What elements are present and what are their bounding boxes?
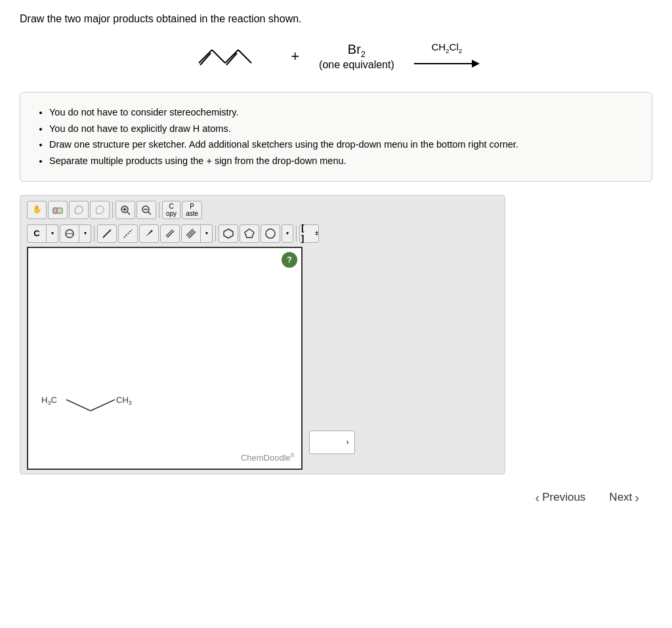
reaction-equation: + Br2 (one equivalent) CH2Cl2 — [20, 37, 652, 76]
plus-sign: + — [291, 48, 299, 65]
draw-area[interactable]: ? H3C CH3 ChemDoodle® — [27, 247, 303, 470]
separator-1 — [112, 202, 113, 218]
dropdown-chevron: › — [346, 437, 349, 448]
svg-line-1 — [212, 50, 225, 63]
right-panel: › — [309, 247, 355, 454]
instruction-item-1: You do not have to consider stereochemis… — [49, 104, 637, 121]
eraser-tool[interactable] — [48, 201, 68, 219]
svg-marker-28 — [245, 229, 254, 238]
svg-line-15 — [148, 212, 151, 215]
zoom-in-tool[interactable] — [116, 201, 135, 219]
reagent-block: Br2 (one equivalent) — [319, 42, 394, 71]
lasso-tool[interactable] — [69, 201, 89, 219]
element-dropdown-btn[interactable]: ▾ — [47, 224, 58, 243]
toolbar-row1: ✋ — [24, 199, 501, 220]
svg-marker-27 — [224, 229, 233, 238]
chemdoodle-watermark: ChemDoodle® — [241, 452, 295, 463]
molecule-drawing: H3C CH3 — [41, 377, 173, 416]
add-sketcher-dropdown[interactable]: › — [309, 430, 355, 454]
separator-4 — [215, 226, 216, 241]
help-button[interactable]: ? — [282, 252, 297, 268]
sketcher-container: ✋ — [20, 195, 505, 474]
zoom-out-tool[interactable] — [136, 201, 156, 219]
next-label: Next — [609, 491, 632, 504]
svg-line-31 — [66, 400, 91, 411]
paste-tool[interactable]: Paste — [182, 201, 202, 219]
instruction-item-2: You do not have to explicitly draw H ato… — [49, 121, 637, 137]
separator-2 — [159, 202, 159, 218]
svg-line-20 — [124, 230, 132, 238]
svg-marker-7 — [472, 60, 480, 68]
instruction-item-4: Separate multiple products using the + s… — [49, 153, 637, 169]
bond-type-dropdown-btn[interactable]: ▾ — [201, 224, 213, 243]
bold-bond-tool[interactable] — [139, 224, 159, 243]
lasso-tool-2[interactable] — [90, 201, 110, 219]
circle-tool[interactable] — [261, 224, 280, 243]
svg-line-2 — [225, 50, 238, 63]
next-button[interactable]: Next › — [602, 486, 646, 509]
single-bond-tool[interactable] — [97, 224, 117, 243]
element-c-btn[interactable]: C — [27, 224, 47, 243]
chevron-right-icon: › — [635, 490, 639, 505]
arrow-block: CH2Cl2 — [414, 41, 480, 72]
double-bond-tool[interactable] — [160, 224, 180, 243]
svg-line-0 — [199, 50, 212, 63]
separator-3 — [94, 226, 94, 241]
instructions-box: You do not have to consider stereochemis… — [20, 92, 652, 182]
svg-line-3 — [238, 50, 251, 63]
svg-point-29 — [266, 229, 275, 238]
instructions-list: You do not have to consider stereochemis… — [35, 104, 637, 169]
chevron-left-icon: ‹ — [536, 490, 540, 505]
svg-line-19 — [103, 230, 111, 238]
solvent-text: CH2Cl2 — [431, 41, 462, 54]
previous-button[interactable]: ‹ Previous — [529, 486, 593, 509]
dotted-bond-tool[interactable] — [118, 224, 138, 243]
reagent-text: Br2 — [348, 42, 366, 59]
toolbar-row2: C ▾ ▾ — [24, 223, 501, 244]
separator-5 — [296, 226, 297, 241]
triple-bond-tool[interactable] — [181, 224, 201, 243]
canvas-wrapper: ? H3C CH3 ChemDoodle® › — [24, 247, 501, 470]
triple-bond-group[interactable]: ▾ — [181, 224, 213, 243]
previous-label: Previous — [542, 491, 585, 504]
svg-rect-9 — [53, 208, 57, 213]
svg-line-4 — [200, 53, 211, 65]
svg-line-11 — [127, 212, 130, 215]
pentagon-tool[interactable] — [240, 224, 259, 243]
bond-dropdown-group[interactable]: ▾ — [60, 224, 91, 243]
equivalent-text: (one equivalent) — [319, 59, 394, 71]
hand-tool[interactable]: ✋ — [27, 201, 47, 219]
svg-text:CH3: CH3 — [116, 395, 132, 406]
svg-text:H3C: H3C — [41, 395, 57, 406]
bracket-tool[interactable]: [ ]± — [299, 224, 319, 243]
element-dropdown-group[interactable]: C ▾ — [27, 224, 58, 243]
svg-line-32 — [91, 400, 115, 411]
svg-line-5 — [226, 53, 237, 65]
copy-tool[interactable]: Copy — [162, 201, 180, 219]
diene-structure — [192, 37, 271, 76]
bond-ring-btn[interactable] — [60, 224, 79, 243]
bond-dropdown-btn[interactable]: ▾ — [79, 224, 91, 243]
svg-marker-21 — [145, 230, 153, 238]
hexagon-tool[interactable] — [219, 224, 238, 243]
navigation-area: ‹ Previous Next › — [20, 486, 652, 509]
instruction-item-3: Draw one structure per sketcher. Add add… — [49, 136, 637, 153]
shape-dropdown-btn[interactable]: ▾ — [282, 224, 293, 243]
question-text: Draw the two major products obtained in … — [20, 13, 652, 25]
